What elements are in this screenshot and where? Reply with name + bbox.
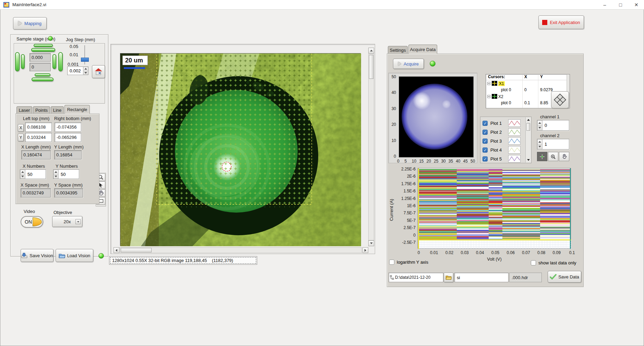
y-axis-button[interactable]: Y [18,134,24,141]
plot-visible-checkbox[interactable]: ✓ [482,121,488,126]
plot-visible-checkbox[interactable]: ✓ [482,130,488,135]
plot-line-sample[interactable] [508,137,521,145]
objective-dropdown[interactable]: 20x [52,216,82,227]
cursor-x2-name[interactable]: X2 [498,94,503,99]
iv-y-tick: 2E-6 [389,174,416,179]
channel2-value[interactable]: 1 [542,139,569,149]
video-toggle[interactable]: ON [21,216,43,228]
save-data-button[interactable]: Save Data [548,271,581,283]
legend-scrollbar[interactable] [525,117,531,163]
graph-pan-tool-button[interactable] [559,152,569,161]
maximize-button[interactable]: □ [613,0,628,10]
plot-legend-row[interactable]: ✓Plot 1 [482,119,524,127]
x-axis-button[interactable]: X [18,124,24,132]
load-vision-button[interactable]: Load Vision [56,249,93,262]
intensity-plot-area[interactable] [399,76,474,157]
plot-legend-row[interactable]: ✓Plot 5 [482,155,524,163]
scroll-down-button[interactable] [368,240,374,246]
acquire-button[interactable]: Acquire [393,59,424,69]
left-top-x-field[interactable]: 0.086108 [25,122,52,132]
right-bottom-y-field[interactable]: -0.065296 [55,133,81,142]
jog-left-inner-button[interactable] [21,54,25,69]
v-scrollbar-thumb[interactable] [369,55,373,79]
iv-x-tick: 0.02 [443,250,455,255]
intensity-graph[interactable]: 01020304050 05101520253035404550 [388,73,477,163]
right-bottom-x-field[interactable]: -0.074356 [55,122,81,132]
plot-visible-checkbox[interactable]: ✓ [482,139,488,144]
plot-line-sample[interactable] [508,146,521,154]
jog-slider-handle[interactable] [81,58,89,62]
x-numbers-stepper[interactable]: 50 [20,169,46,179]
legend-scroll-thumb[interactable] [526,123,530,131]
scroll-right-button[interactable] [362,247,368,253]
file-name-field[interactable]: si [454,273,509,282]
plot-visible-checkbox[interactable]: ✓ [482,156,488,162]
tab-points[interactable]: Points [33,106,50,114]
jog-up-inner-button[interactable] [34,44,53,47]
plot-legend-row[interactable]: ✓Plot 3 [482,137,524,145]
jog-tick-001[interactable]: 0.01 [70,52,78,57]
plot-line-sample[interactable] [508,155,521,163]
browse-folder-button[interactable] [444,273,453,282]
channel1-stepper[interactable]: 0 [537,120,569,131]
jog-right-inner-button[interactable] [52,54,56,69]
jog-step-value[interactable]: 0.002 [68,67,83,75]
jog-tick-0001[interactable]: 0.001 [68,62,79,67]
show-last-checkbox[interactable] [531,260,536,265]
jog-right-button[interactable] [58,52,63,71]
jog-left-button[interactable] [15,52,20,71]
exit-application-button[interactable]: Exit Application [538,15,584,29]
y-numbers-value[interactable]: 50 [59,170,79,179]
minimize-button[interactable]: – [597,0,612,10]
plot-line-sample[interactable] [508,119,521,127]
iv-y-tick: 1E-6 [389,203,416,208]
scroll-up-button[interactable] [368,48,374,53]
tab-rectangle[interactable]: Rectangle [64,105,90,114]
tab-line[interactable]: Line [51,106,64,114]
jog-step-stepper[interactable]: 0.002 [67,67,88,75]
dropdown-arrow-icon[interactable] [75,219,81,224]
jog-up-button[interactable] [31,48,55,52]
plot-label: Plot 1 [490,121,505,126]
tree-collapse-icon[interactable] [487,82,490,85]
log-y-option[interactable]: logarithm Y axis [389,260,428,265]
channel2-stepper[interactable]: 1 [537,139,569,150]
graph-zoom-tool-button[interactable] [548,152,558,161]
h-scrollbar-thumb[interactable] [121,248,152,252]
channel1-value[interactable]: 0 [542,120,569,130]
tab-laser[interactable]: Laser [16,106,32,114]
microscope-image[interactable]: 20 um [120,53,361,246]
x-numbers-value[interactable]: 50 [25,170,46,179]
plot-label: Plot 4 [490,147,505,153]
cursor-mover-button[interactable] [551,91,569,108]
mapping-button[interactable]: Mapping [13,17,47,29]
y-numbers-stepper[interactable]: 50 [53,169,79,179]
log-y-checkbox[interactable] [389,260,394,265]
v-scrollbar-track[interactable] [368,54,374,240]
graph-cursor-tool-button[interactable] [537,152,547,161]
show-last-option[interactable]: show last data only [531,260,576,265]
iv-plot-area[interactable] [418,168,571,249]
intensity-y-tick: 0 [394,154,396,159]
save-path-control[interactable]: D:\data\2021-12-20 [389,273,443,282]
left-top-y-field[interactable]: 0.103244 [25,133,52,142]
plot-legend-row[interactable]: ✓Plot 4 [482,146,524,154]
load-vision-label: Load Vision [67,253,91,258]
jog-down-inner-button[interactable] [35,73,50,76]
tree-collapse-icon[interactable] [487,95,490,98]
cursor-x1-name[interactable]: X1 [498,81,505,86]
jog-tick-005[interactable]: 0.05 [70,44,78,49]
jog-down-button[interactable] [32,77,53,81]
save-vision-button[interactable]: Save Vision [21,249,53,262]
save-path-value[interactable]: D:\data\2021-12-20 [395,275,430,280]
plot-legend-row[interactable]: ✓Plot 2 [482,128,524,136]
plot-line-sample[interactable] [508,128,521,136]
home-button[interactable] [92,65,105,78]
tab-acquire-data[interactable]: Acquire Data [408,45,437,54]
plot-visible-checkbox[interactable]: ✓ [482,147,488,153]
close-button[interactable]: ✕ [629,0,644,10]
h-scrollbar-track[interactable] [120,247,362,253]
scroll-left-button[interactable] [114,247,119,253]
tab-settings[interactable]: Settings [388,46,408,54]
iv-right-cursor-line[interactable] [570,168,571,249]
